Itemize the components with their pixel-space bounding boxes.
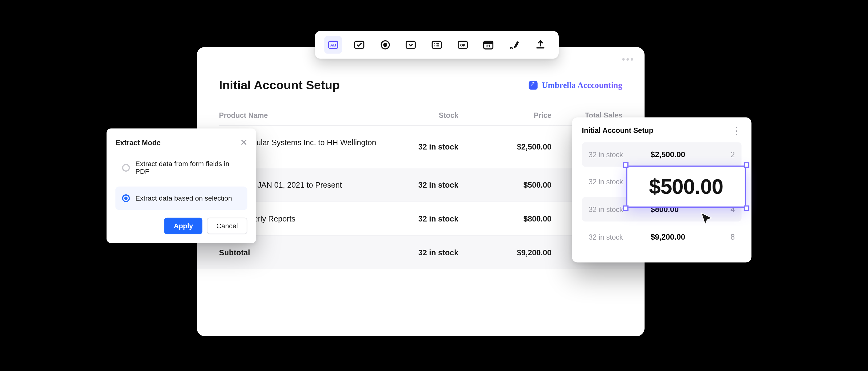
preview-row[interactable]: 32 in stock $800.00 4 bbox=[582, 197, 742, 222]
option-label: Extract data from form fields in PDF bbox=[135, 160, 241, 175]
svg-rect-8 bbox=[436, 43, 439, 44]
brand-icon bbox=[528, 81, 537, 90]
svg-text:AB: AB bbox=[330, 43, 336, 47]
preview-count: 8 bbox=[713, 233, 735, 241]
svg-text:31: 31 bbox=[486, 44, 491, 48]
option-label: Extract data based on selection bbox=[135, 194, 232, 202]
svg-rect-10 bbox=[436, 45, 439, 46]
col-product-name: Product Name bbox=[219, 111, 376, 120]
preview-stock: 32 in stock bbox=[589, 150, 651, 159]
brand-text: Umbrella Acccounting bbox=[542, 80, 622, 90]
brand-logo: Umbrella Acccounting bbox=[528, 80, 622, 90]
panel-title: Initial Account Setup bbox=[582, 126, 653, 134]
cancel-button[interactable]: Cancel bbox=[207, 217, 247, 234]
preview-count: 2 bbox=[713, 150, 735, 159]
dropdown-tool[interactable] bbox=[402, 36, 420, 54]
button-tool[interactable]: OK bbox=[454, 36, 471, 54]
svg-text:OK: OK bbox=[460, 43, 465, 47]
cell-stock: 32 in stock bbox=[381, 248, 458, 257]
radio-icon bbox=[122, 194, 130, 202]
table-header: Product Name Stock Price Total Sales bbox=[219, 111, 622, 126]
text-field-tool[interactable]: AB bbox=[324, 36, 342, 54]
svg-rect-6 bbox=[432, 41, 441, 48]
svg-point-9 bbox=[434, 45, 435, 46]
preview-row[interactable]: 32 in stock $9,200.00 8 bbox=[582, 225, 742, 249]
preview-price: $2,500.00 bbox=[651, 150, 713, 159]
radio-tool[interactable] bbox=[376, 36, 394, 54]
editor-toolbar: AB OK 31 bbox=[315, 31, 559, 59]
preview-price: $800.00 bbox=[651, 205, 713, 214]
preview-stock: 32 in stock bbox=[589, 205, 651, 213]
cell-price: $2,500.00 bbox=[463, 142, 552, 151]
svg-rect-5 bbox=[406, 41, 415, 48]
svg-point-7 bbox=[434, 43, 435, 44]
col-stock: Stock bbox=[381, 111, 458, 120]
table-row: n of Quarterly Reports 32 in stock $800.… bbox=[219, 202, 622, 236]
radio-icon bbox=[122, 164, 130, 172]
modal-title: Extract Mode bbox=[116, 138, 161, 147]
subtotal-label: Subtotal bbox=[219, 248, 376, 257]
preview-stock: 32 in stock bbox=[589, 233, 651, 241]
checkbox-tool[interactable] bbox=[350, 36, 368, 54]
preview-row[interactable]: 32 in stock $2,500.00 2 bbox=[582, 142, 742, 167]
close-icon[interactable]: ✕ bbox=[240, 137, 247, 148]
preview-stock: 32 in stock bbox=[589, 178, 651, 186]
cell-price: $800.00 bbox=[463, 214, 552, 223]
more-icon[interactable]: ••• bbox=[622, 55, 635, 65]
extract-mode-modal: Extract Mode ✕ Extract data from form fi… bbox=[106, 129, 256, 243]
table-row: n from Angular Systems Inc. to HH Wellin… bbox=[219, 126, 622, 169]
cell-stock: 32 in stock bbox=[381, 180, 458, 190]
date-tool[interactable]: 31 bbox=[479, 36, 497, 54]
kebab-icon[interactable]: ⋮ bbox=[732, 129, 742, 132]
document-title: Initial Account Setup bbox=[219, 78, 340, 93]
apply-button[interactable]: Apply bbox=[164, 217, 203, 234]
option-selection[interactable]: Extract data based on selection bbox=[116, 187, 247, 210]
option-form-fields[interactable]: Extract data from form fields in PDF bbox=[116, 152, 247, 183]
preview-price: $9,200.00 bbox=[651, 233, 713, 241]
extract-preview-panel: Initial Account Setup ⋮ 32 in stock $2,5… bbox=[572, 117, 751, 263]
cell-price: $500.00 bbox=[463, 180, 552, 190]
signature-tool[interactable] bbox=[505, 36, 523, 54]
preview-count: 4 bbox=[713, 205, 735, 214]
cell-stock: 32 in stock bbox=[381, 214, 458, 223]
cell-price: $9,200.00 bbox=[463, 248, 552, 257]
col-price: Price bbox=[463, 111, 552, 120]
svg-point-4 bbox=[383, 43, 387, 47]
upload-tool[interactable] bbox=[531, 36, 549, 54]
list-tool[interactable] bbox=[428, 36, 446, 54]
cell-stock: 32 in stock bbox=[381, 142, 458, 151]
preview-row[interactable]: 32 in stock bbox=[582, 170, 742, 194]
